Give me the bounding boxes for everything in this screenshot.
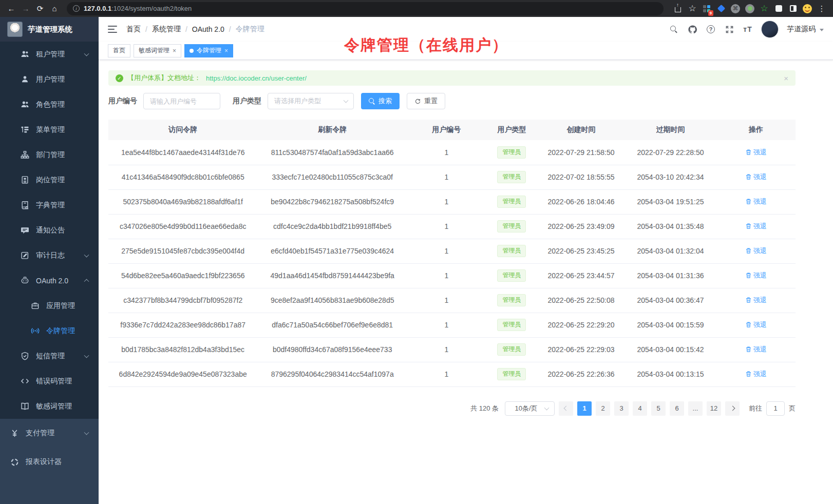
kebab-menu-icon[interactable]: ⋮ [816,3,828,15]
sidebar-item-report[interactable]: 报表设计器 [0,448,99,476]
record-extension-icon[interactable] [744,3,756,15]
expire-time-cell: 2054-03-04 19:51:25 [624,189,716,214]
search-icon[interactable] [669,24,679,34]
access-token-cell: f9336e7c7dd242a283ee98dc86b17a87 [108,313,257,337]
username: 芋道源码 [787,25,816,34]
force-logout-button[interactable]: 强退 [745,320,767,329]
close-icon[interactable] [224,48,228,54]
command-extension-icon[interactable]: ⌘ [729,3,742,15]
avatar[interactable] [761,21,779,38]
sidebar-toggle-icon[interactable] [108,26,117,33]
sidebar-item-yen[interactable]: 支付管理 [0,419,99,448]
sidebar-item-id-card[interactable]: 岗位管理 [0,167,99,192]
force-logout-button[interactable]: 强退 [745,296,767,305]
page-tab[interactable]: 首页 [108,44,130,57]
page-number-button[interactable]: 5 [651,401,666,416]
force-logout-button[interactable]: 强退 [745,345,767,354]
sidebar-item-briefcase[interactable]: 应用管理 [0,293,99,318]
force-logout-button[interactable]: 强退 [745,370,767,379]
user-id-cell: 1 [407,140,486,165]
alert-link[interactable]: https://doc.iocoder.cn/user-center/ [206,74,307,82]
breadcrumb-item[interactable]: 令牌管理 / [236,25,264,34]
page-number-button[interactable]: 2 [596,401,610,416]
page-tab[interactable]: 敏感词管理 [134,44,181,57]
refresh-token-cell: 333ecfc71e02480cb11055c875c3ca0f [257,165,407,189]
reset-button[interactable]: 重置 [407,93,445,109]
force-logout-button[interactable]: 强退 [745,148,767,157]
page-info-icon[interactable]: i [73,5,80,12]
fullscreen-icon[interactable] [724,24,734,34]
sidebar-item-signal[interactable]: 令牌管理 [0,318,99,343]
sidebar-item-label: 字典管理 [36,201,65,210]
page-number-button[interactable]: 12 [707,401,721,416]
green-star-extension-icon[interactable]: ☆ [758,3,770,15]
page-number-button[interactable]: 1 [577,401,592,416]
profile-emoji-icon[interactable] [801,3,813,15]
page-ellipsis[interactable]: ... [688,401,703,416]
sidebar-item-audit-log[interactable]: 审计日志 [0,243,99,268]
page-content: 【用户体系】文档地址： https://doc.iocoder.cn/user-… [99,60,833,504]
forward-icon[interactable]: → [20,3,32,15]
refresh-token-cell: b0df4980ffd34c67a08f9156e4eee733 [257,337,407,362]
page-number-button[interactable]: 4 [633,401,647,416]
split-view-icon[interactable] [787,3,799,15]
gem-extension-icon[interactable] [715,3,727,15]
expire-time-cell: 2054-03-10 20:42:34 [624,165,716,189]
user-type-badge: 管理员 [497,294,526,306]
github-icon[interactable] [687,24,697,34]
font-size-icon[interactable] [743,24,753,34]
sidebar-item-label: 部门管理 [36,150,65,160]
sidebar-item-users[interactable]: 角色管理 [0,92,99,117]
share-icon[interactable] [672,3,684,15]
sidebar-item-user[interactable]: 用户管理 [0,67,99,92]
reload-icon[interactable]: ⟳ [34,3,46,15]
sidebar-item-label: OAuth 2.0 [36,277,68,285]
next-page-button[interactable] [725,401,740,416]
sidebar-item-dictionary[interactable]: 字典管理 [0,192,99,218]
sidebar-item-org-tree[interactable]: 部门管理 [0,142,99,167]
goto-page-input[interactable] [766,401,785,416]
help-icon[interactable] [706,24,716,34]
prev-page-button[interactable] [559,401,573,416]
app-logo[interactable]: 芋道管理系统 [0,17,99,42]
sidebar-item-shield[interactable]: 短信管理 [0,343,99,369]
tags-bar: 首页 敏感词管理 令牌管理 [99,42,833,60]
page-size-select[interactable]: 10条/页 [505,401,555,416]
filter-form: 用户编号 用户类型 请选择用户类型 搜索 重置 [108,93,796,109]
back-icon[interactable]: ← [5,3,17,15]
sidebar-item-code[interactable]: 错误码管理 [0,369,99,394]
page-tab[interactable]: 令牌管理 [184,44,233,57]
user-type-select[interactable]: 请选择用户类型 [268,93,354,109]
breadcrumb-item[interactable]: 首页 / [126,25,152,34]
trash-icon [745,198,752,205]
sidebar-item-message[interactable]: 通知公告 [0,218,99,243]
sidebar-item-robot[interactable]: OAuth 2.0 [0,268,99,293]
sidebar-item-menu-list[interactable]: 菜单管理 [0,117,99,142]
shield-icon [21,352,29,360]
puzzle-extension-icon[interactable] [772,3,785,15]
trash-icon [745,272,752,279]
user-type-badge: 管理员 [497,319,526,331]
page-number-button[interactable]: 3 [614,401,629,416]
breadcrumb-item[interactable]: 系统管理 / [152,25,192,34]
page-number-button[interactable]: 6 [670,401,684,416]
user-id-input[interactable] [143,93,220,109]
user-menu[interactable]: 芋道源码 [787,25,824,34]
close-icon[interactable] [173,48,176,54]
home-icon[interactable]: ⌂ [48,3,61,15]
user-id-cell: 1 [407,189,486,214]
alert-close-icon[interactable] [784,74,788,83]
force-logout-button[interactable]: 强退 [745,246,767,256]
force-logout-button[interactable]: 强退 [745,222,767,231]
breadcrumb-item[interactable]: OAuth 2.0 / [192,25,236,33]
extensions-grid-icon[interactable]: 9 [701,3,713,15]
sidebar-item-label: 应用管理 [46,301,75,311]
sidebar-item-users[interactable]: 租户管理 [0,42,99,67]
search-button[interactable]: 搜索 [361,93,400,109]
force-logout-button[interactable]: 强退 [745,197,767,206]
bookmark-star-icon[interactable]: ☆ [686,3,698,15]
address-bar[interactable]: i 127.0.0.1:1024/system/oauth2/token [67,2,664,15]
sidebar-item-book-open[interactable]: 敏感词管理 [0,394,99,419]
force-logout-button[interactable]: 强退 [745,271,767,280]
force-logout-button[interactable]: 强退 [745,172,767,182]
